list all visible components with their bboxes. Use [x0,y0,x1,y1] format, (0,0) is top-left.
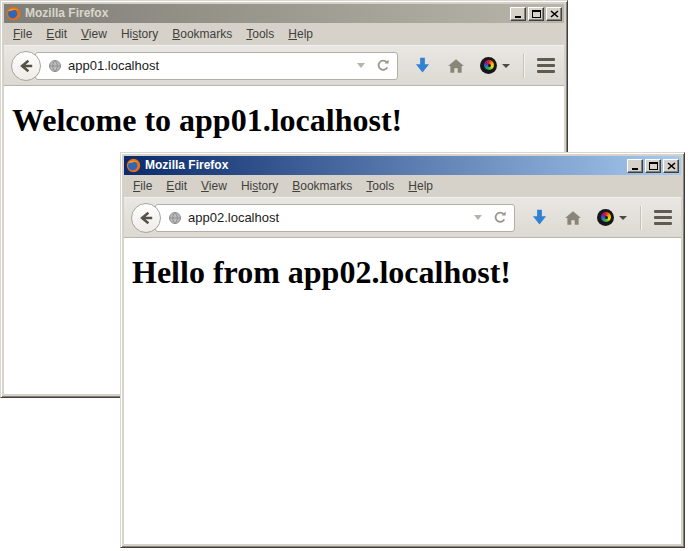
toolbar-separator [640,206,641,230]
maximize-icon [649,162,658,170]
close-button[interactable] [546,7,562,21]
urlbar-dropdown-icon[interactable] [474,215,482,220]
menu-label: ools [252,27,274,41]
home-icon [447,57,465,75]
home-button[interactable] [447,57,465,75]
url-bar[interactable]: app01.localhost [35,52,398,80]
downloads-button[interactable] [413,56,432,75]
menu-label: Hi [121,27,132,41]
reload-button[interactable] [492,210,508,226]
colorzilla-extension-button[interactable] [480,57,510,74]
menu-label-mnemonic: H [288,27,297,41]
maximize-icon [532,10,541,18]
menu-label: ookmarks [180,27,232,41]
window-controls [510,7,562,21]
maximize-button[interactable] [645,159,661,173]
menu-label: iew [209,179,227,193]
page-heading: Welcome to app01.localhost! [12,102,556,139]
menu-label: elp [297,27,313,41]
menu-label: ile [20,27,32,41]
back-button[interactable] [11,51,41,81]
menu-label-mnemonic: H [408,179,417,193]
url-bar[interactable]: app02.localhost [155,204,515,232]
browser-window-app02: Mozilla Firefox File Edit View History B… [120,152,685,548]
page-heading: Hello from app02.localhost! [132,254,673,291]
url-text[interactable]: app02.localhost [188,210,468,225]
url-text[interactable]: app01.localhost [68,58,351,73]
page-content: Hello from app02.localhost! [124,238,681,544]
menu-bar: File Edit View History Bookmarks Tools H… [4,23,564,45]
menu-label: ools [372,179,394,193]
downloads-button[interactable] [530,208,549,227]
menu-label: Hi [241,179,252,193]
menu-label: elp [417,179,433,193]
menu-history[interactable]: History [234,176,285,196]
minimize-icon [515,16,521,18]
menu-label: tory [138,27,158,41]
menu-tools[interactable]: Tools [239,24,281,44]
menu-bar: File Edit View History Bookmarks Tools H… [124,175,681,197]
menu-label: ookmarks [300,179,352,193]
globe-icon [48,59,62,73]
menu-tools[interactable]: Tools [359,176,401,196]
colorzilla-icon [480,57,497,74]
close-button[interactable] [663,159,679,173]
urlbar-dropdown-icon[interactable] [357,63,365,68]
close-icon [667,162,676,170]
back-arrow-icon [138,210,154,226]
menu-label: dit [174,179,187,193]
chevron-down-icon [619,216,627,220]
open-menu-button[interactable] [537,58,555,73]
menu-label: ile [140,179,152,193]
menu-label: dit [54,27,67,41]
titlebar[interactable]: Mozilla Firefox [4,4,564,23]
navigation-toolbar: app01.localhost [4,45,564,86]
menu-label-mnemonic: V [201,179,209,193]
minimize-icon [632,168,638,170]
download-arrow-icon [413,56,432,75]
toolbar-separator [523,54,524,78]
menu-file[interactable]: File [6,24,39,44]
globe-icon [168,211,182,225]
maximize-button[interactable] [528,7,544,21]
menu-edit[interactable]: Edit [159,176,194,196]
menu-help[interactable]: Help [281,24,320,44]
firefox-logo-icon [126,158,141,173]
minimize-button[interactable] [627,159,643,173]
menu-edit[interactable]: Edit [39,24,74,44]
menu-bookmarks[interactable]: Bookmarks [285,176,359,196]
colorzilla-extension-button[interactable] [597,209,627,226]
menu-history[interactable]: History [114,24,165,44]
back-button[interactable] [131,203,161,233]
firefox-logo-icon [6,6,21,21]
back-arrow-icon [18,58,34,74]
titlebar[interactable]: Mozilla Firefox [124,156,681,175]
resize-grip[interactable] [676,539,678,541]
menu-label-mnemonic: V [81,27,89,41]
window-title: Mozilla Firefox [25,6,506,21]
menu-bookmarks[interactable]: Bookmarks [165,24,239,44]
close-icon [550,10,559,18]
home-button[interactable] [564,209,582,227]
menu-help[interactable]: Help [401,176,440,196]
menu-view[interactable]: View [74,24,114,44]
reload-icon [375,58,391,74]
window-controls [627,159,679,173]
home-icon [564,209,582,227]
download-arrow-icon [530,208,549,227]
navigation-toolbar: app02.localhost [124,197,681,238]
chevron-down-icon [502,64,510,68]
menu-label: tory [258,179,278,193]
window-title: Mozilla Firefox [145,158,623,173]
menu-view[interactable]: View [194,176,234,196]
menu-file[interactable]: File [126,176,159,196]
open-menu-button[interactable] [654,210,672,225]
minimize-button[interactable] [510,7,526,21]
reload-button[interactable] [375,58,391,74]
colorzilla-icon [597,209,614,226]
menu-label: iew [89,27,107,41]
reload-icon [492,210,508,226]
